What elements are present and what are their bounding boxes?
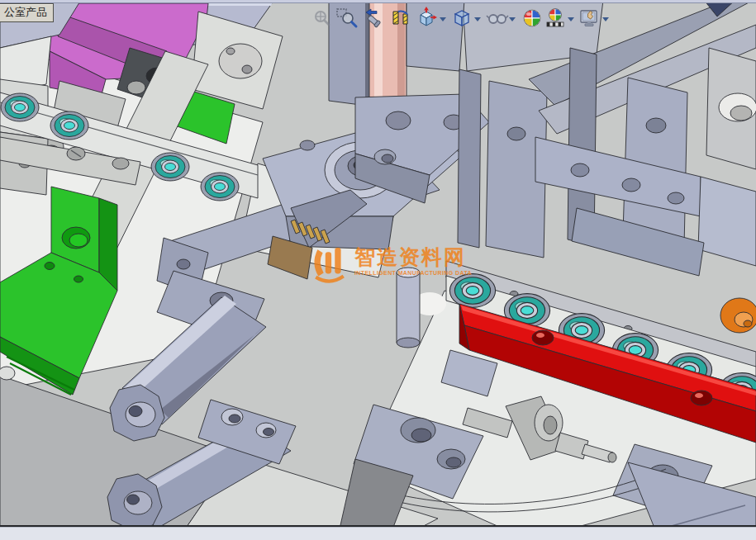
window-top-edge	[0, 0, 756, 3]
zoom-to-fit-icon[interactable]	[311, 7, 334, 30]
hide-show-items-dropdown[interactable]	[509, 17, 516, 21]
apply-scene-dropdown[interactable]	[568, 17, 574, 21]
edit-appearance-icon[interactable]	[521, 7, 544, 30]
display-style-icon[interactable]	[451, 7, 474, 30]
view-settings-icon[interactable]	[578, 7, 601, 30]
document-tab[interactable]: 公室产品	[0, 3, 54, 22]
cad-application-window: 智造资料网 INTELLIGENT MANUFACTURING DATA	[0, 0, 756, 540]
view-settings-dropdown[interactable]	[602, 17, 609, 21]
assembly-render	[0, 0, 756, 540]
zoom-to-area-icon[interactable]	[335, 7, 359, 30]
section-view-icon[interactable]	[390, 7, 413, 30]
document-tab-label: 公室产品	[4, 6, 47, 18]
display-style-dropdown[interactable]	[474, 17, 481, 21]
hide-show-items-icon[interactable]	[486, 7, 509, 30]
view-orientation-dropdown[interactable]	[440, 17, 446, 21]
3d-viewport[interactable]: 智造资料网 INTELLIGENT MANUFACTURING DATA	[0, 0, 756, 540]
previous-view-icon[interactable]	[364, 7, 387, 30]
view-orientation-icon[interactable]	[416, 7, 439, 30]
bottom-strip	[0, 527, 756, 540]
apply-scene-icon[interactable]	[544, 7, 567, 30]
